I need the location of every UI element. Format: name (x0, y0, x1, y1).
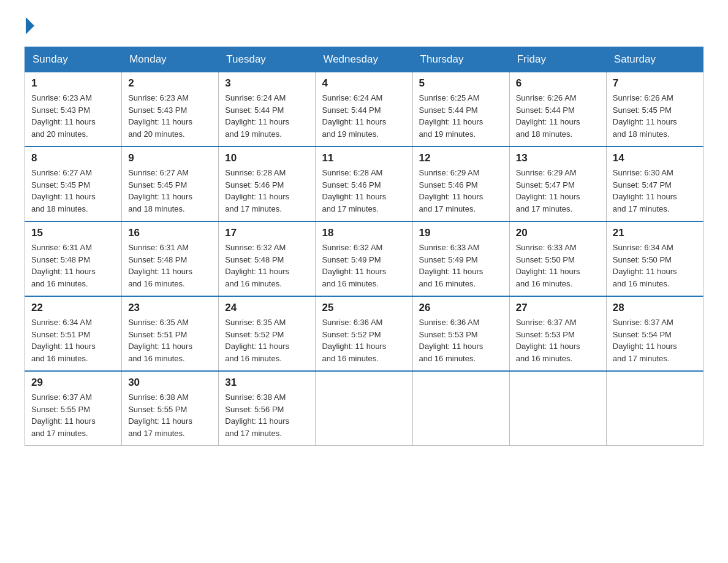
day-number: 15 (31, 227, 115, 239)
calendar-cell: 22Sunrise: 6:34 AMSunset: 5:51 PMDayligh… (25, 296, 122, 371)
day-number: 2 (128, 77, 212, 90)
day-detail: Sunrise: 6:35 AMSunset: 5:52 PMDaylight:… (225, 316, 309, 364)
calendar-cell: 13Sunrise: 6:29 AMSunset: 5:47 PMDayligh… (509, 147, 606, 221)
day-number: 17 (225, 227, 309, 239)
day-detail: Sunrise: 6:32 AMSunset: 5:49 PMDaylight:… (322, 242, 406, 289)
weekday-header-wednesday: Wednesday (316, 47, 412, 72)
day-number: 8 (31, 152, 115, 164)
calendar-cell: 31Sunrise: 6:38 AMSunset: 5:56 PMDayligh… (219, 371, 316, 446)
day-number: 7 (613, 77, 697, 90)
weekday-header-tuesday: Tuesday (219, 47, 316, 72)
calendar-week-row: 15Sunrise: 6:31 AMSunset: 5:48 PMDayligh… (25, 221, 703, 296)
day-number: 19 (419, 227, 503, 239)
calendar-cell: 25Sunrise: 6:36 AMSunset: 5:52 PMDayligh… (316, 296, 412, 371)
day-number: 9 (128, 152, 212, 164)
day-number: 24 (225, 302, 309, 314)
day-detail: Sunrise: 6:25 AMSunset: 5:44 PMDaylight:… (419, 92, 503, 140)
day-number: 3 (225, 77, 309, 90)
day-detail: Sunrise: 6:35 AMSunset: 5:51 PMDaylight:… (128, 316, 212, 364)
calendar-cell: 17Sunrise: 6:32 AMSunset: 5:48 PMDayligh… (219, 221, 316, 296)
calendar-cell: 26Sunrise: 6:36 AMSunset: 5:53 PMDayligh… (412, 296, 509, 371)
calendar-cell: 3Sunrise: 6:24 AMSunset: 5:44 PMDaylight… (219, 72, 316, 147)
day-detail: Sunrise: 6:29 AMSunset: 5:47 PMDaylight:… (516, 167, 600, 215)
calendar-cell: 18Sunrise: 6:32 AMSunset: 5:49 PMDayligh… (316, 221, 412, 296)
calendar-cell (606, 371, 703, 446)
day-number: 16 (128, 227, 212, 239)
day-detail: Sunrise: 6:37 AMSunset: 5:54 PMDaylight:… (613, 316, 697, 364)
calendar-cell: 21Sunrise: 6:34 AMSunset: 5:50 PMDayligh… (606, 221, 703, 296)
weekday-header-friday: Friday (509, 47, 606, 72)
day-number: 11 (322, 152, 406, 164)
calendar-cell: 8Sunrise: 6:27 AMSunset: 5:45 PMDaylight… (25, 147, 122, 221)
calendar-cell: 11Sunrise: 6:28 AMSunset: 5:46 PMDayligh… (316, 147, 412, 221)
weekday-header-sunday: Sunday (25, 47, 122, 72)
weekday-header-thursday: Thursday (412, 47, 509, 72)
day-number: 21 (613, 227, 697, 239)
calendar-week-row: 22Sunrise: 6:34 AMSunset: 5:51 PMDayligh… (25, 296, 703, 371)
day-detail: Sunrise: 6:27 AMSunset: 5:45 PMDaylight:… (31, 167, 115, 215)
calendar-cell: 15Sunrise: 6:31 AMSunset: 5:48 PMDayligh… (25, 221, 122, 296)
calendar-cell (509, 371, 606, 446)
day-number: 10 (225, 152, 309, 164)
day-detail: Sunrise: 6:24 AMSunset: 5:44 PMDaylight:… (322, 92, 406, 140)
day-number: 20 (516, 227, 600, 239)
day-detail: Sunrise: 6:37 AMSunset: 5:53 PMDaylight:… (516, 316, 600, 364)
day-detail: Sunrise: 6:23 AMSunset: 5:43 PMDaylight:… (31, 92, 115, 140)
calendar-cell: 4Sunrise: 6:24 AMSunset: 5:44 PMDaylight… (316, 72, 412, 147)
calendar-cell: 30Sunrise: 6:38 AMSunset: 5:55 PMDayligh… (122, 371, 219, 446)
day-detail: Sunrise: 6:28 AMSunset: 5:46 PMDaylight:… (225, 167, 309, 215)
calendar-cell: 10Sunrise: 6:28 AMSunset: 5:46 PMDayligh… (219, 147, 316, 221)
day-detail: Sunrise: 6:38 AMSunset: 5:56 PMDaylight:… (225, 391, 309, 439)
day-detail: Sunrise: 6:27 AMSunset: 5:45 PMDaylight:… (128, 167, 212, 215)
calendar-cell: 12Sunrise: 6:29 AMSunset: 5:46 PMDayligh… (412, 147, 509, 221)
day-number: 14 (613, 152, 697, 164)
day-detail: Sunrise: 6:37 AMSunset: 5:55 PMDaylight:… (31, 391, 115, 439)
logo-blue-part (25, 18, 34, 34)
day-detail: Sunrise: 6:34 AMSunset: 5:50 PMDaylight:… (613, 242, 697, 289)
calendar-cell (316, 371, 412, 446)
day-number: 27 (516, 302, 600, 314)
calendar-cell: 7Sunrise: 6:26 AMSunset: 5:45 PMDaylight… (606, 72, 703, 147)
calendar-cell: 16Sunrise: 6:31 AMSunset: 5:48 PMDayligh… (122, 221, 219, 296)
calendar-cell: 14Sunrise: 6:30 AMSunset: 5:47 PMDayligh… (606, 147, 703, 221)
day-detail: Sunrise: 6:34 AMSunset: 5:51 PMDaylight:… (31, 316, 115, 364)
day-detail: Sunrise: 6:31 AMSunset: 5:48 PMDaylight:… (128, 242, 212, 289)
logo (25, 18, 34, 34)
day-detail: Sunrise: 6:33 AMSunset: 5:50 PMDaylight:… (516, 242, 600, 289)
calendar-cell: 20Sunrise: 6:33 AMSunset: 5:50 PMDayligh… (509, 221, 606, 296)
day-detail: Sunrise: 6:26 AMSunset: 5:45 PMDaylight:… (613, 92, 697, 140)
day-number: 22 (31, 302, 115, 314)
page-header (25, 18, 703, 34)
day-detail: Sunrise: 6:36 AMSunset: 5:52 PMDaylight:… (322, 316, 406, 364)
day-number: 13 (516, 152, 600, 164)
calendar-cell: 23Sunrise: 6:35 AMSunset: 5:51 PMDayligh… (122, 296, 219, 371)
weekday-header-row: SundayMondayTuesdayWednesdayThursdayFrid… (25, 47, 703, 72)
calendar-cell: 1Sunrise: 6:23 AMSunset: 5:43 PMDaylight… (25, 72, 122, 147)
day-number: 30 (128, 377, 212, 389)
day-number: 25 (322, 302, 406, 314)
day-detail: Sunrise: 6:32 AMSunset: 5:48 PMDaylight:… (225, 242, 309, 289)
day-number: 23 (128, 302, 212, 314)
calendar-cell: 19Sunrise: 6:33 AMSunset: 5:49 PMDayligh… (412, 221, 509, 296)
calendar-cell: 2Sunrise: 6:23 AMSunset: 5:43 PMDaylight… (122, 72, 219, 147)
day-detail: Sunrise: 6:38 AMSunset: 5:55 PMDaylight:… (128, 391, 212, 439)
calendar-table: SundayMondayTuesdayWednesdayThursdayFrid… (25, 47, 703, 446)
calendar-cell: 9Sunrise: 6:27 AMSunset: 5:45 PMDaylight… (122, 147, 219, 221)
calendar-week-row: 29Sunrise: 6:37 AMSunset: 5:55 PMDayligh… (25, 371, 703, 446)
day-number: 26 (419, 302, 503, 314)
day-number: 18 (322, 227, 406, 239)
day-number: 29 (31, 377, 115, 389)
day-detail: Sunrise: 6:33 AMSunset: 5:49 PMDaylight:… (419, 242, 503, 289)
day-number: 5 (419, 77, 503, 90)
calendar-week-row: 1Sunrise: 6:23 AMSunset: 5:43 PMDaylight… (25, 72, 703, 147)
day-detail: Sunrise: 6:36 AMSunset: 5:53 PMDaylight:… (419, 316, 503, 364)
calendar-cell: 5Sunrise: 6:25 AMSunset: 5:44 PMDaylight… (412, 72, 509, 147)
calendar-week-row: 8Sunrise: 6:27 AMSunset: 5:45 PMDaylight… (25, 147, 703, 221)
weekday-header-saturday: Saturday (606, 47, 703, 72)
day-detail: Sunrise: 6:30 AMSunset: 5:47 PMDaylight:… (613, 167, 697, 215)
day-number: 31 (225, 377, 309, 389)
day-detail: Sunrise: 6:26 AMSunset: 5:44 PMDaylight:… (516, 92, 600, 140)
calendar-cell: 27Sunrise: 6:37 AMSunset: 5:53 PMDayligh… (509, 296, 606, 371)
logo-arrow-icon (26, 17, 34, 34)
calendar-cell: 29Sunrise: 6:37 AMSunset: 5:55 PMDayligh… (25, 371, 122, 446)
